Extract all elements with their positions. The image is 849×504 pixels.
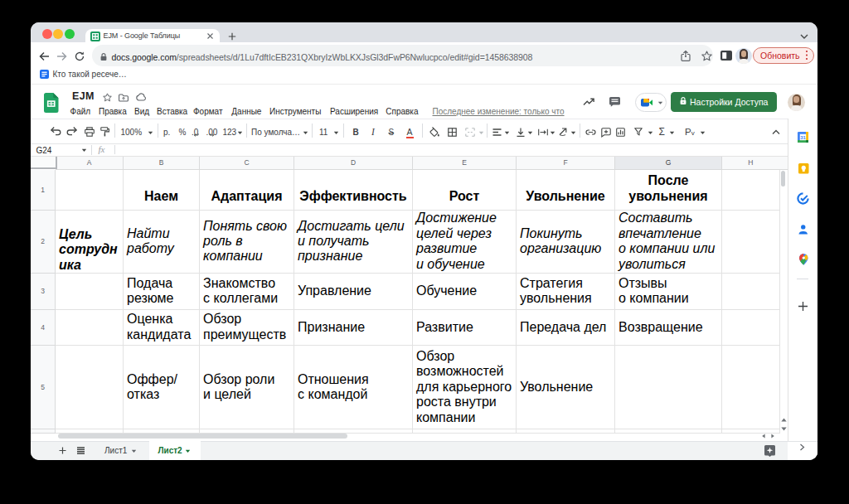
svg-text:31: 31 — [800, 134, 806, 139]
